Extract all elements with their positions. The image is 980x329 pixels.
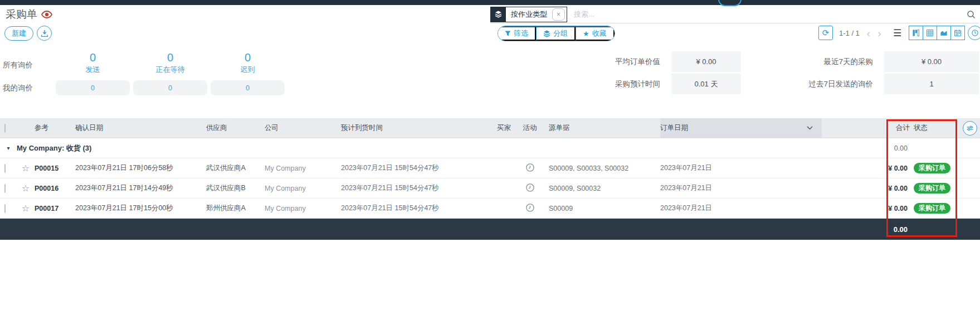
- area-chart-icon: [940, 30, 947, 36]
- filter-button[interactable]: 筛选: [498, 26, 536, 41]
- column-header-vendor[interactable]: 供应商: [206, 123, 265, 133]
- cell-activity[interactable]: [511, 163, 549, 173]
- group-subtotal: 0.00: [856, 144, 910, 152]
- column-header-order-date[interactable]: 订单日期: [660, 118, 822, 138]
- select-all-checkbox[interactable]: [4, 124, 6, 133]
- cell-expected-arrival: 2023年07月21日 15时54分47秒: [341, 204, 486, 213]
- download-button[interactable]: [37, 26, 52, 41]
- my-rfq-label: 我的询价: [3, 80, 54, 96]
- favorites-button[interactable]: ★ 收藏: [576, 26, 615, 41]
- cell-source-document: S00009, S00033, S00032: [549, 164, 660, 172]
- cell-total: ¥ 0.00: [856, 185, 910, 192]
- calendar-icon: [954, 29, 961, 37]
- group-by-button[interactable]: 分组: [536, 26, 576, 41]
- star-icon: ★: [583, 30, 589, 37]
- cell-activity[interactable]: [511, 183, 549, 193]
- calendar-view-button[interactable]: [950, 26, 965, 40]
- kpi-purchases-last-7-days: 最近7天的采购 ¥ 0.00: [742, 51, 979, 72]
- chevron-down-icon: [807, 126, 813, 130]
- column-header-buyer[interactable]: 买家: [486, 123, 511, 133]
- layers-icon: [543, 30, 550, 37]
- search-facet: 按作业类型 ×: [490, 7, 567, 22]
- graph-view-button[interactable]: [937, 26, 951, 40]
- pager-and-views: ⟳ 1-1 / 1 ‹ › ☰: [818, 26, 980, 40]
- eye-icon: [41, 11, 52, 18]
- search-icon[interactable]: [967, 10, 976, 19]
- status-badge[interactable]: 采购订单: [914, 163, 950, 174]
- column-header-source-document[interactable]: 源单据: [549, 123, 660, 133]
- my-stat-sent[interactable]: 0: [56, 80, 130, 95]
- table-row[interactable]: ☆ P00016 2023年07月21日 17时14分49秒 武汉供应商B My…: [0, 178, 980, 199]
- favorite-star-icon[interactable]: ☆: [17, 184, 35, 193]
- status-badge[interactable]: 采购订单: [914, 183, 950, 194]
- download-icon: [41, 30, 48, 37]
- cell-confirm-date: 2023年07月21日 17时06分58秒: [75, 163, 206, 173]
- activity-clock-icon: [526, 183, 534, 192]
- search-bar: 按作业类型 ×: [490, 6, 979, 23]
- row-checkbox[interactable]: [4, 164, 6, 173]
- chevron-right-icon[interactable]: ›: [877, 28, 881, 38]
- pivot-view-button[interactable]: [923, 26, 937, 40]
- cell-total: ¥ 0.00: [856, 205, 910, 212]
- cell-order-date: 2023年07月21日: [660, 183, 822, 193]
- cell-order-date: 2023年07月21日: [660, 204, 822, 213]
- cell-reference[interactable]: P00017: [35, 205, 75, 212]
- action-buttons: 新建: [4, 26, 52, 41]
- kpi-avg-order-value: 平均订单价值 ¥ 0.00: [479, 51, 741, 72]
- row-checkbox[interactable]: [4, 184, 6, 193]
- cell-vendor: 武汉供应商A: [206, 163, 265, 173]
- refresh-button[interactable]: ⟳: [818, 26, 833, 40]
- kpi-column-left: 平均订单价值 ¥ 0.00 采购预计时间 0.01 天: [479, 51, 741, 96]
- favorite-star-icon[interactable]: ☆: [17, 164, 35, 173]
- top-navbar: [0, 0, 980, 5]
- refresh-icon: ⟳: [822, 28, 830, 38]
- column-header-company[interactable]: 公司: [265, 123, 341, 133]
- column-header-expected-arrival[interactable]: 预计到货时间: [341, 123, 486, 133]
- search-input[interactable]: [567, 7, 967, 22]
- column-header-reference[interactable]: 参考: [35, 123, 75, 133]
- activity-view-button[interactable]: [968, 26, 980, 40]
- footer-total: 0.00: [856, 225, 910, 234]
- page-title: 采购单: [6, 7, 52, 22]
- cell-total: ¥ 0.00: [856, 164, 910, 172]
- group-row[interactable]: ▾ My Company: 收货 (3) 0.00: [0, 138, 980, 158]
- status-badge[interactable]: 采购订单: [914, 203, 950, 214]
- remove-facet-button[interactable]: ×: [552, 8, 565, 21]
- column-header-confirm-date[interactable]: 确认日期: [75, 123, 206, 133]
- sliders-icon: [967, 125, 973, 132]
- table-row[interactable]: ☆ P00015 2023年07月21日 17时06分58秒 武汉供应商A My…: [0, 158, 980, 178]
- table-header-row: 参考 确认日期 供应商 公司 预计到货时间 买家 活动 源单据 订单日期 合计 …: [0, 118, 980, 138]
- group-by-layers-icon: [491, 7, 506, 22]
- table-row[interactable]: ☆ P00017 2023年07月21日 17时15分00秒 郑州供应商A My…: [0, 199, 980, 219]
- my-stat-late[interactable]: 0: [211, 80, 285, 95]
- favorite-star-icon[interactable]: ☆: [17, 204, 35, 213]
- column-header-status[interactable]: 状态: [910, 123, 957, 133]
- close-icon: ×: [557, 11, 560, 18]
- column-settings-button[interactable]: [963, 121, 977, 136]
- row-checkbox[interactable]: [4, 204, 6, 213]
- all-rfq-label: 所有询价: [3, 50, 54, 80]
- pager-range: 1-1 / 1: [839, 29, 860, 37]
- new-button[interactable]: 新建: [4, 26, 33, 41]
- group-label[interactable]: My Company: 收货 (3): [17, 143, 822, 153]
- column-header-activity[interactable]: 活动: [511, 123, 549, 133]
- cell-company: My Company: [265, 185, 341, 192]
- cell-reference[interactable]: P00015: [35, 164, 75, 172]
- cell-source-document: S00009: [549, 205, 660, 212]
- caret-down-icon[interactable]: ▾: [0, 145, 17, 151]
- stat-late[interactable]: 0 迟到: [209, 50, 286, 80]
- my-stat-waiting[interactable]: 0: [133, 80, 207, 95]
- kanban-icon: [913, 29, 919, 37]
- kanban-view-button[interactable]: [909, 26, 923, 40]
- pivot-table-icon: [927, 29, 933, 37]
- activity-clock-icon: [526, 163, 534, 172]
- stat-waiting[interactable]: 0 正在等待: [131, 50, 209, 80]
- list-view-button[interactable]: ☰: [890, 26, 905, 40]
- cell-expected-arrival: 2023年07月21日 15时54分47秒: [341, 163, 486, 173]
- cell-activity[interactable]: [511, 204, 549, 214]
- column-header-total[interactable]: 合计: [856, 123, 910, 133]
- cell-reference[interactable]: P00016: [35, 185, 75, 192]
- rfq-dashboard: 所有询价 0 发送 0 正在等待 0 迟到 我的询价 0 0 0: [3, 50, 286, 96]
- chevron-left-icon[interactable]: ‹: [867, 28, 870, 38]
- stat-sent[interactable]: 0 发送: [54, 50, 131, 80]
